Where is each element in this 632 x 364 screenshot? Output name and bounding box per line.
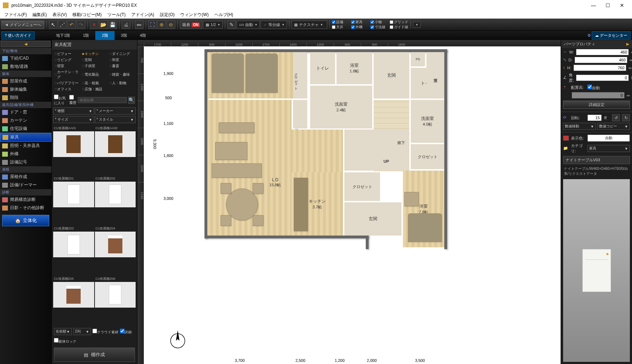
depth-input[interactable] — [575, 57, 627, 63]
rotate-input[interactable] — [587, 115, 602, 121]
menu-help[interactable]: ヘルプ(H) — [212, 11, 236, 19]
pencil-icon[interactable]: ✎ — [227, 20, 236, 29]
category-item[interactable]: 雑貨・趣味 — [109, 69, 135, 80]
furniture-item[interactable]: CU食器棚Z01 — [53, 176, 94, 225]
equal-line-select[interactable]: ⟋等分線▼ — [261, 21, 287, 29]
toggle-guidelines[interactable]: ガイド線 — [390, 25, 408, 30]
nav-item[interactable]: 屋根作成 — [0, 173, 51, 181]
nav-item[interactable]: 部屋作成 — [0, 77, 51, 85]
furniture-item[interactable]: CU食器棚Z05 — [53, 276, 94, 325]
texture-select[interactable]: ▦テクスチャ▼ — [292, 21, 327, 29]
nav-item[interactable]: 躯体編集 — [0, 85, 51, 93]
detail-settings-button[interactable]: 詳細設定 — [563, 101, 630, 109]
menu-view[interactable]: 表示(V) — [50, 11, 70, 19]
undo-icon[interactable]: ↶ — [67, 20, 76, 29]
height-input-h[interactable] — [573, 65, 626, 71]
sofa-furniture[interactable] — [215, 142, 247, 160]
width-input[interactable] — [576, 49, 629, 55]
menu-edit[interactable]: 編集(E) — [30, 11, 50, 19]
chair-furniture[interactable] — [253, 183, 263, 194]
floorplan-canvas[interactable]: 1,900 500 1,100 1,800 3,000 9,300 3,700 … — [144, 46, 561, 364]
menu-addin[interactable]: アドイン(A) — [128, 11, 157, 19]
nav-item[interactable]: 家具 — [0, 133, 51, 142]
datacenter-button[interactable]: ☁データセンター — [592, 31, 631, 40]
lock-toggle[interactable]: 躯体ロック — [54, 338, 76, 344]
rotate-cw-icon[interactable]: ↻ — [622, 114, 630, 121]
menu-move[interactable]: 移動/コピー(M) — [70, 11, 104, 19]
kitchen-counter[interactable] — [294, 178, 308, 231]
menu-window[interactable]: ウィンドウ(W) — [177, 11, 211, 19]
fit-icon[interactable]: ⛶ — [148, 20, 157, 29]
type-select[interactable]: * 種類▼ — [53, 107, 94, 115]
open-icon[interactable]: 📂 — [99, 20, 108, 29]
furniture-item[interactable]: CU食器棚AA02 — [95, 125, 136, 175]
cabinet-furniture[interactable] — [219, 122, 254, 133]
save-icon[interactable]: 💾 — [108, 20, 117, 29]
settings-gear-icon[interactable]: ⚙ — [587, 33, 591, 38]
furniture-item[interactable]: CU食器棚Z02 — [95, 176, 136, 225]
abc-icon[interactable]: abc — [135, 20, 143, 29]
desk-furniture[interactable] — [404, 192, 419, 206]
floor-tab-b1[interactable]: 地下1階 — [50, 31, 76, 40]
nav-item[interactable]: 設備記号 — [0, 158, 51, 166]
nav-item[interactable]: 照明・天井器具 — [0, 142, 51, 150]
chair-furniture[interactable] — [221, 183, 231, 194]
category-item[interactable]: 寝室 — [54, 63, 80, 69]
sofa-furniture[interactable] — [212, 163, 262, 178]
category-item[interactable]: 書斎 — [109, 63, 135, 69]
nav-item[interactable]: カーテン — [0, 116, 51, 125]
create-shelf-button[interactable]: ▤ 棚作成 — [54, 348, 135, 362]
toggle-equipment[interactable]: 設備 — [332, 20, 348, 25]
style-select[interactable]: * スタイル▼ — [95, 116, 136, 123]
toolbar-end-dropdown[interactable]: ▼ — [413, 22, 421, 28]
numeric-move-select[interactable]: 数値移動▼ — [563, 123, 596, 130]
dimension-select[interactable]: 123自動▼ — [237, 21, 260, 29]
collapse-nav-icon[interactable]: ◀ — [1, 41, 51, 47]
furniture-item[interactable]: CU食器棚AA01 — [53, 125, 94, 175]
snap-toggle[interactable]: 吸着 ON — [180, 21, 202, 29]
menu-settings[interactable]: 設定(O) — [157, 11, 177, 19]
angle-input[interactable] — [576, 75, 629, 81]
category-item[interactable]: 店舗・施設 — [81, 86, 107, 92]
display-color-select[interactable]: 自動 — [587, 135, 630, 142]
category-item[interactable]: リビング — [54, 57, 80, 63]
search-input[interactable] — [78, 97, 127, 103]
floor-tab-3f[interactable]: 3階 — [115, 31, 133, 40]
search-icon[interactable]: 🔍 — [128, 97, 135, 104]
expand-panel-icon[interactable]: ▶ — [626, 42, 629, 46]
floor-tab-1f[interactable]: 1階 — [76, 31, 95, 40]
zoom-in-icon[interactable]: ⊕ — [157, 20, 166, 29]
nav-item[interactable]: ドア・窓 — [0, 108, 51, 116]
auto-height-toggle[interactable]: 自動 — [587, 85, 600, 91]
toggle-smallitems[interactable]: 小物 — [370, 20, 387, 25]
part-name-field[interactable]: ナイトテーブルV03 — [563, 156, 630, 164]
delete-icon[interactable]: ✕ — [90, 20, 98, 29]
category-item[interactable]: ダイニング — [109, 51, 135, 57]
elevation-input[interactable] — [572, 92, 625, 98]
back-to-main-button[interactable]: ◄メインメニューへ — [1, 21, 44, 29]
nav-item[interactable]: 外構 — [0, 150, 51, 158]
floor-tab-2f[interactable]: 2階 — [95, 31, 114, 40]
category-item[interactable]: 電化製品 — [81, 69, 107, 80]
help-guide-button[interactable]: ? 使い方ガイド — [1, 31, 35, 40]
furniture-item[interactable]: CU食器棚Z04 — [95, 226, 136, 275]
menu-tool[interactable]: ツール(T) — [105, 11, 128, 19]
bed-furniture[interactable] — [246, 54, 278, 93]
toggle-dimensions[interactable]: 寸法線 — [370, 25, 387, 30]
nav-item[interactable]: 簡易構造診断 — [0, 196, 51, 204]
furniture-item[interactable]: CU食器棚Z06 — [95, 276, 136, 325]
multi-select-icon[interactable]: ⋰ — [58, 20, 67, 29]
size-select[interactable]: * サイズ▼ — [53, 116, 94, 123]
cursor-tool-icon[interactable]: ↖ — [49, 20, 57, 29]
numeric-copy-select[interactable]: 数値コピー▼ — [597, 123, 630, 130]
cloud-toggle[interactable]: クラウド素材 — [92, 329, 118, 335]
chair-furniture[interactable] — [253, 215, 263, 226]
toggle-ceiling[interactable]: 天井 — [332, 25, 348, 30]
sort-select[interactable]: 名前順▼ — [54, 328, 72, 335]
toggle-furniture[interactable]: 家具 — [351, 20, 368, 25]
maker-select[interactable]: * メーカー▼ — [95, 107, 136, 115]
favorites-toggle[interactable]: お気に入り — [54, 95, 68, 106]
detail-toggle[interactable]: 詳細 — [120, 329, 132, 335]
bed-furniture[interactable] — [212, 54, 244, 93]
maximize-button[interactable]: ☐ — [601, 0, 615, 11]
